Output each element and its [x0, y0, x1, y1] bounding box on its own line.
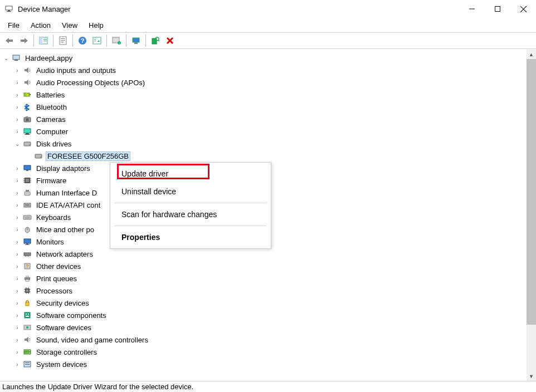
scrollbar-thumb[interactable] [527, 59, 536, 325]
tree-node-label: Print queues [35, 274, 79, 283]
chevron-right-icon[interactable]: › [13, 299, 21, 307]
ctx-scan-hardware[interactable]: Scan for hardware changes [110, 205, 271, 223]
tree-category-node[interactable]: ›Computer [2, 125, 527, 138]
toolbar-separator [53, 35, 53, 47]
hid-icon [22, 188, 32, 198]
tree-category-node[interactable]: ›Software devices [2, 321, 527, 334]
chevron-right-icon[interactable]: › [13, 226, 21, 233]
svg-rect-64 [27, 217, 27, 217]
tree-category-node[interactable]: ›Processors [2, 285, 527, 297]
tree-category-node[interactable]: ›Audio inputs and outputs [2, 64, 527, 76]
tree-category-node[interactable]: ›Cameras [2, 113, 527, 125]
toolbar-update-driver-button[interactable]: ↑ [109, 33, 124, 48]
chevron-right-icon[interactable]: › [13, 287, 21, 295]
svg-rect-32 [13, 55, 20, 60]
svg-rect-95 [26, 313, 27, 315]
scrollbar-track[interactable] [527, 59, 536, 371]
chevron-right-icon[interactable]: › [13, 91, 21, 99]
toolbar-help-button[interactable]: ? [75, 33, 90, 48]
toolbar: ? ↑ [0, 32, 536, 49]
toolbar-scan-button[interactable] [148, 33, 163, 48]
tree-category-node[interactable]: ›System devices [2, 358, 527, 370]
chevron-right-icon[interactable]: › [13, 348, 21, 356]
svg-rect-40 [26, 133, 29, 134]
tree-node-label: Audio Processing Objects (APOs) [35, 78, 147, 87]
menu-action[interactable]: Action [25, 19, 56, 32]
chevron-right-icon[interactable]: › [13, 238, 21, 246]
chevron-right-icon[interactable]: › [13, 66, 21, 74]
tree-node-label: FORESEE G500F256GB [46, 151, 130, 161]
chevron-right-icon[interactable]: › [13, 128, 21, 135]
chevron-right-icon[interactable]: › [13, 336, 21, 344]
sound-icon [22, 335, 32, 345]
tree-category-node[interactable]: ›Software components [2, 309, 527, 321]
svg-rect-106 [25, 364, 30, 365]
tree-category-node[interactable]: ›Security devices [2, 297, 527, 309]
ctx-properties[interactable]: Properties [110, 228, 271, 246]
chevron-right-icon[interactable]: › [13, 262, 21, 270]
scrollbar-down-button[interactable]: ▼ [527, 371, 536, 381]
chevron-down-icon[interactable]: ⌄ [2, 54, 10, 62]
tree-root-node[interactable]: ⌄ HardeepLappy [2, 52, 527, 64]
tree-category-node[interactable]: ›Batteries [2, 89, 527, 101]
svg-rect-21 [94, 41, 96, 41]
chevron-right-icon[interactable]: › [13, 275, 21, 282]
chevron-right-icon[interactable]: › [13, 324, 21, 331]
svg-rect-57 [26, 190, 29, 192]
menu-view[interactable]: View [56, 19, 83, 32]
chevron-down-icon[interactable]: ⌄ [13, 140, 21, 148]
svg-rect-56 [25, 192, 30, 195]
chevron-right-icon[interactable]: › [13, 115, 21, 123]
close-button[interactable] [510, 0, 536, 18]
svg-rect-74 [25, 256, 26, 257]
tree-node-label: Cameras [35, 115, 67, 124]
toolbar-back-button[interactable] [2, 33, 17, 48]
vertical-scrollbar[interactable]: ▲ ▼ [527, 50, 536, 381]
tree-node-label: Mice and other po [35, 225, 96, 234]
chevron-right-icon[interactable]: › [13, 311, 21, 319]
chevron-right-icon[interactable]: › [13, 103, 21, 111]
scrollbar-up-button[interactable]: ▲ [527, 50, 536, 59]
maximize-button[interactable] [485, 0, 510, 18]
toolbar-forward-button[interactable] [17, 33, 31, 48]
svg-point-103 [29, 352, 30, 353]
chevron-right-icon[interactable]: › [13, 201, 21, 209]
tree-device-node[interactable]: FORESEE G500F256GB [2, 150, 527, 162]
toolbar-properties-button[interactable] [56, 33, 70, 48]
tree-category-node[interactable]: ⌄Disk drives [2, 138, 527, 150]
tree-node-label: Software devices [35, 323, 93, 332]
tree-category-node[interactable]: ›Print queues [2, 272, 527, 285]
chevron-right-icon[interactable]: › [13, 79, 21, 86]
toolbar-separator [126, 35, 126, 47]
toolbar-showhidden-button[interactable] [90, 33, 104, 48]
menu-help[interactable]: Help [83, 19, 109, 32]
chevron-right-icon[interactable]: › [13, 250, 21, 258]
toolbar-enable-button[interactable] [129, 33, 143, 48]
tree-category-node[interactable]: ›?Other devices [2, 260, 527, 272]
menu-file[interactable]: File [2, 19, 25, 32]
tree-category-node[interactable]: ›Sound, video and game controllers [2, 334, 527, 346]
svg-rect-81 [26, 276, 29, 277]
svg-rect-75 [27, 256, 27, 257]
svg-text:?: ? [81, 37, 85, 44]
svg-rect-14 [61, 38, 65, 39]
chevron-right-icon[interactable]: › [13, 177, 21, 184]
tree-category-node[interactable]: ›Bluetooth [2, 101, 527, 113]
svg-rect-8 [21, 40, 25, 42]
chevron-right-icon[interactable]: › [13, 189, 21, 197]
toolbar-showhide-button[interactable] [36, 33, 51, 48]
toolbar-uninstall-button[interactable] [163, 33, 177, 48]
tree-category-node[interactable]: ›Audio Processing Objects (APOs) [2, 76, 527, 89]
ctx-update-driver[interactable]: Update driver [110, 165, 271, 183]
tree-category-node[interactable]: ›Storage controllers [2, 346, 527, 358]
chevron-right-icon[interactable]: › [13, 360, 21, 368]
tree-node-label: Audio inputs and outputs [35, 66, 118, 75]
svg-rect-67 [25, 218, 30, 218]
ctx-uninstall-device[interactable]: Uninstall device [110, 183, 271, 200]
minimize-button[interactable] [459, 0, 485, 18]
svg-rect-70 [24, 239, 31, 243]
chevron-right-icon[interactable]: › [13, 213, 21, 221]
chevron-right-icon[interactable]: › [13, 164, 21, 172]
tree-node-label: Computer [35, 127, 70, 136]
tree-category-node[interactable]: ›Network adapters [2, 248, 527, 260]
